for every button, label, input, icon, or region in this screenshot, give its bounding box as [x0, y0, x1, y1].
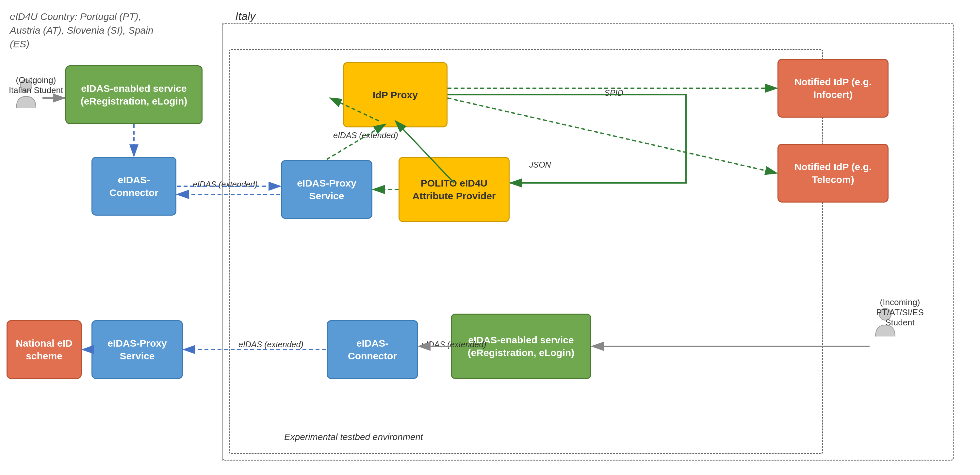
diagram-container: eID4U Country: Portugal (PT), Austria (A… [0, 0, 980, 475]
polito-attribute-provider: POLITO eID4U Attribute Provider [399, 157, 510, 222]
eidas-extended-label-bot: eIDAS (extended) [239, 340, 304, 349]
eidas-extended-label-left: eIDAS (extended) [333, 131, 398, 140]
eidas-proxy-bottom-left: eIDAS-Proxy Service [91, 320, 183, 379]
eidas-proxy-top-right: eIDAS-Proxy Service [281, 160, 372, 219]
incoming-label: (Incoming) PT/AT/SI/ES Student [864, 297, 936, 328]
eidas-connector-left: eIDAS- Connector [91, 157, 177, 216]
experimental-region-border [229, 49, 823, 454]
eidas-enabled-service-top-left: eIDAS-enabled service (eRegistration, eL… [65, 65, 202, 124]
vertical-divider [222, 23, 223, 461]
left-region-label: eID4U Country: Portugal (PT), Austria (A… [10, 10, 167, 51]
eidas-extended-label-right: eIDAS (extended) [422, 340, 487, 349]
json-label: JSON [529, 160, 551, 170]
national-eid-scheme: National eID scheme [6, 320, 82, 379]
notified-idp2: Notified IdP (e.g. Telecom) [778, 144, 889, 203]
idp-proxy: IdP Proxy [343, 62, 447, 127]
notified-idp1: Notified IdP (e.g. Infocert) [778, 59, 889, 118]
eidas-connector-bottom-right: eIDAS- Connector [327, 320, 418, 379]
spid-label: SPID [605, 88, 623, 98]
experimental-label: Experimental testbed environment [284, 432, 423, 442]
eidas-extended-label-mid: eIDAS (extended) [193, 180, 258, 189]
outgoing-label: (Outgoing) Italian Student [6, 75, 65, 95]
italy-label: Italy [235, 10, 255, 22]
